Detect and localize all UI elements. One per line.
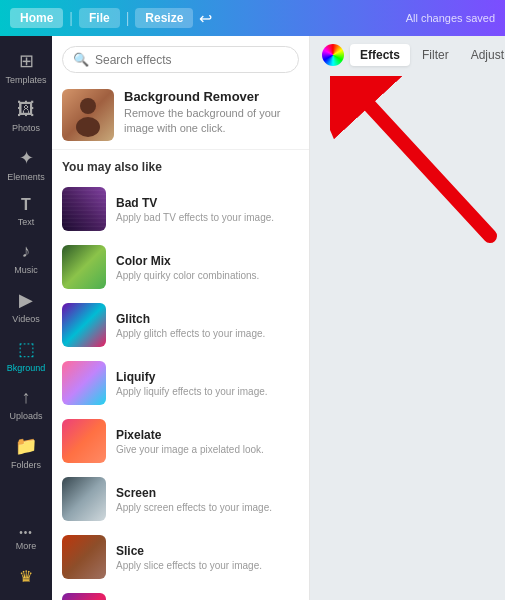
bg-remover-info: Background Remover Remove the background… [124,89,299,137]
effect-thumb-liquify [62,361,106,405]
effect-item-duotone[interactable]: Duotone Apply a two-color palette to you… [52,586,309,600]
sidebar-item-uploads[interactable]: ↑ Uploads [3,381,49,427]
tab-bar: Effects Filter Adjust Crop Flip [310,36,505,66]
effect-thumb-slice [62,535,106,579]
effect-name-glitch: Glitch [116,312,299,326]
effect-info-colormix: Color Mix Apply quirky color combination… [116,254,299,281]
effect-desc-pixelate: Give your image a pixelated look. [116,444,299,455]
divider-1: | [69,10,73,26]
effect-thumb-glitch [62,303,106,347]
main-layout: ⊞ Templates 🖼 Photos ✦ Elements T Text ♪… [0,36,505,600]
sidebar-label-photos: Photos [12,123,40,133]
effect-info-liquify: Liquify Apply liquify effects to your im… [116,370,299,397]
section-heading: You may also like [52,150,309,180]
effect-desc-liquify: Apply liquify effects to your image. [116,386,299,397]
sidebar-label-templates: Templates [5,75,46,85]
sidebar-label-text: Text [18,217,35,227]
effect-item-bad-tv[interactable]: Bad TV Apply bad TV effects to your imag… [52,180,309,238]
divider-2: | [126,10,130,26]
sidebar-label-folders: Folders [11,460,41,470]
effect-thumb-badtv [62,187,106,231]
background-icon: ⬚ [18,338,35,360]
tab-effects[interactable]: Effects [350,44,410,66]
person-silhouette [66,93,110,137]
pointer-arrow [330,76,505,256]
svg-point-1 [76,117,100,137]
sidebar-item-background[interactable]: ⬚ Bkground [3,332,49,379]
search-input-wrap[interactable]: 🔍 [62,46,299,73]
svg-line-3 [370,106,490,236]
bg-remover-thumbnail [62,89,114,141]
effect-desc-screen: Apply screen effects to your image. [116,502,299,513]
effect-info-badtv: Bad TV Apply bad TV effects to your imag… [116,196,299,223]
effect-thumb-screen [62,477,106,521]
background-remover-card[interactable]: Background Remover Remove the background… [52,81,309,150]
effect-name-colormix: Color Mix [116,254,299,268]
svg-point-0 [80,98,96,114]
effect-desc-badtv: Apply bad TV effects to your image. [116,212,299,223]
photos-icon: 🖼 [17,99,35,120]
effect-item-slice[interactable]: Slice Apply slice effects to your image. [52,528,309,586]
home-button[interactable]: Home [10,8,63,28]
sidebar-item-text[interactable]: T Text [3,190,49,233]
music-icon: ♪ [22,241,31,262]
templates-icon: ⊞ [19,50,34,72]
sidebar-label-background: Bkground [7,363,46,373]
tab-adjust[interactable]: Adjust [461,44,505,66]
undo-button[interactable]: ↩ [199,9,212,28]
effect-name-badtv: Bad TV [116,196,299,210]
effect-info-slice: Slice Apply slice effects to your image. [116,544,299,571]
folders-icon: 📁 [15,435,37,457]
save-status: All changes saved [406,12,495,24]
effect-thumb-pixelate [62,419,106,463]
sidebar-item-music[interactable]: ♪ Music [3,235,49,281]
canvas-area: Effects Filter Adjust Crop Flip [310,36,505,600]
search-bar: 🔍 [52,36,309,81]
effect-item-glitch[interactable]: Glitch Apply glitch effects to your imag… [52,296,309,354]
effect-item-color-mix[interactable]: Color Mix Apply quirky color combination… [52,238,309,296]
effect-thumb-duotone [62,593,106,600]
sidebar-item-templates[interactable]: ⊞ Templates [3,44,49,91]
bg-remover-title: Background Remover [124,89,299,104]
sidebar-item-photos[interactable]: 🖼 Photos [3,93,49,139]
effect-name-slice: Slice [116,544,299,558]
effect-info-screen: Screen Apply screen effects to your imag… [116,486,299,513]
crown-icon: ♛ [19,568,33,585]
effect-desc-slice: Apply slice effects to your image. [116,560,299,571]
sidebar-item-elements[interactable]: ✦ Elements [3,141,49,188]
effect-name-screen: Screen [116,486,299,500]
top-bar: Home | File | Resize ↩ All changes saved [0,0,505,36]
sidebar-item-more[interactable]: ••• More [3,521,49,557]
bg-remover-desc: Remove the background of your image with… [124,106,299,137]
effect-name-liquify: Liquify [116,370,299,384]
effect-item-screen[interactable]: Screen Apply screen effects to your imag… [52,470,309,528]
tab-filter[interactable]: Filter [412,44,459,66]
sidebar: ⊞ Templates 🖼 Photos ✦ Elements T Text ♪… [0,36,52,600]
effect-desc-glitch: Apply glitch effects to your image. [116,328,299,339]
sidebar-label-videos: Videos [12,314,39,324]
uploads-icon: ↑ [22,387,31,408]
effect-info-glitch: Glitch Apply glitch effects to your imag… [116,312,299,339]
search-icon: 🔍 [73,52,89,67]
effect-item-pixelate[interactable]: Pixelate Give your image a pixelated loo… [52,412,309,470]
elements-icon: ✦ [19,147,34,169]
sidebar-item-videos[interactable]: ▶ Videos [3,283,49,330]
effects-list: Bad TV Apply bad TV effects to your imag… [52,180,309,600]
text-icon: T [21,196,31,214]
resize-button[interactable]: Resize [135,8,193,28]
effect-desc-colormix: Apply quirky color combinations. [116,270,299,281]
rainbow-icon [322,44,344,66]
effect-thumb-colormix [62,245,106,289]
sidebar-label-uploads: Uploads [9,411,42,421]
effect-item-liquify[interactable]: Liquify Apply liquify effects to your im… [52,354,309,412]
canvas-content [310,66,505,600]
effects-panel: 🔍 Background Remover Remove the backgrou… [52,36,310,600]
more-icon: ••• [19,527,33,538]
search-input[interactable] [95,53,288,67]
sidebar-label-elements: Elements [7,172,45,182]
sidebar-item-folders[interactable]: 📁 Folders [3,429,49,476]
videos-icon: ▶ [19,289,33,311]
effect-info-pixelate: Pixelate Give your image a pixelated loo… [116,428,299,455]
sidebar-label-music: Music [14,265,38,275]
file-button[interactable]: File [79,8,120,28]
